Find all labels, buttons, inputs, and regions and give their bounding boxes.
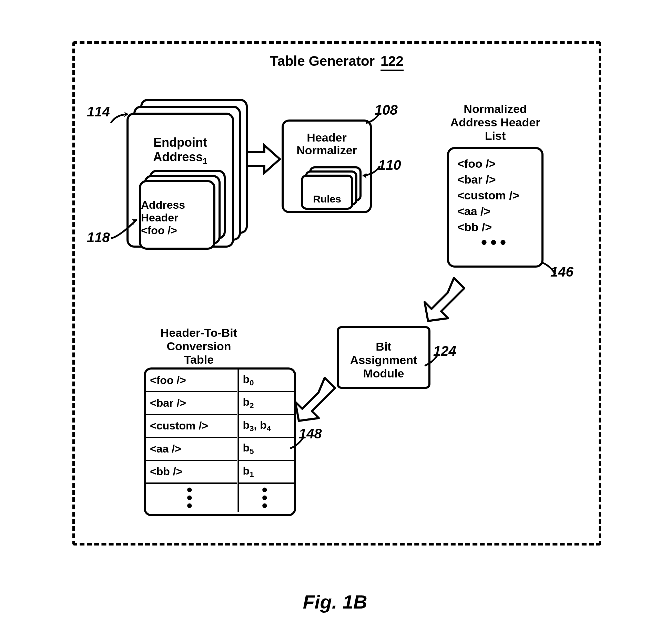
nlist-item-0: <foo /> xyxy=(457,156,533,172)
conv-b-4: b1 xyxy=(238,460,294,483)
rules-front: Rules xyxy=(301,175,353,210)
leader-146 xyxy=(540,261,561,279)
bam-l3: Module xyxy=(363,367,404,380)
conv-h-0: <foo /> xyxy=(146,370,238,392)
conv-h-2: <custom /> xyxy=(146,415,238,437)
address-header-l2: Header xyxy=(141,211,179,224)
conv-b-1: b2 xyxy=(238,392,294,414)
arrow-bam-to-table xyxy=(292,378,337,427)
arrow-endpoint-to-normalizer xyxy=(247,144,282,176)
address-header-front: Address Header <foo /> xyxy=(139,180,215,250)
leader-114 xyxy=(109,113,133,128)
nlist-item-3: <aa /> xyxy=(457,204,533,219)
bam-l2: Assignment xyxy=(350,353,417,366)
title-number: 122 xyxy=(380,53,404,71)
leader-118 xyxy=(109,216,144,245)
normalizer-l2: Normalizer xyxy=(296,144,357,157)
endpoint-title-l2: Address xyxy=(153,150,203,164)
table-generator-frame: Table Generator 122 Endpoint Address1 Ad… xyxy=(72,41,601,546)
diagram-canvas: Table Generator 122 Endpoint Address1 Ad… xyxy=(0,0,670,644)
table-row: <bb />b1 xyxy=(146,460,294,483)
address-header-text: Address Header <foo /> xyxy=(141,199,213,237)
endpoint-title: Endpoint Address1 xyxy=(129,135,232,166)
conv-b-2: b3, b4 xyxy=(238,415,294,437)
title-label: Table Generator xyxy=(270,53,375,69)
table-row: <custom />b3, b4 xyxy=(146,415,294,437)
table-row: <bar />b2 xyxy=(146,392,294,414)
nlist-item-2: <custom /> xyxy=(457,188,533,204)
table-generator-title: Table Generator 122 xyxy=(270,53,404,71)
bit-assignment-module-box: Bit Assignment Module xyxy=(337,326,430,389)
conv-h-4: <bb /> xyxy=(146,460,238,483)
endpoint-address-stack: Endpoint Address1 Address Header <foo /> xyxy=(126,99,244,243)
ref-114: 114 xyxy=(87,104,110,120)
leader-108 xyxy=(364,113,385,128)
conversion-table-box: <foo />b0 <bar />b2 <custom />b3, b4 <aa… xyxy=(144,367,296,516)
nlist-ellipsis: ••• xyxy=(457,237,533,247)
arrow-list-to-bam xyxy=(425,278,466,328)
header-normalizer-box: Header Normalizer Rules xyxy=(282,120,372,213)
address-header-stack: Address Header <foo /> xyxy=(139,170,229,249)
normalized-list-box: <foo /> <bar /> <custom /> <aa /> <bb />… xyxy=(447,147,544,268)
endpoint-title-l1: Endpoint xyxy=(153,135,207,149)
rules-stack: Rules xyxy=(301,166,363,208)
address-header-l1: Address xyxy=(141,199,185,211)
bam-l1: Bit xyxy=(376,340,391,353)
conv-h-1: <bar /> xyxy=(146,392,238,414)
nlist-title-l3: List xyxy=(485,129,506,142)
nlist-item-1: <bar /> xyxy=(457,172,533,188)
endpoint-title-sub: 1 xyxy=(203,156,207,166)
nlist-title-l1: Normalized xyxy=(464,102,527,115)
bam-text: Bit Assignment Module xyxy=(339,340,428,380)
leader-124 xyxy=(423,354,444,372)
conv-b-0: b0 xyxy=(238,370,294,392)
leader-110 xyxy=(361,166,385,181)
conv-title-l2: Conversion Table xyxy=(166,340,231,366)
conversion-table: <foo />b0 <bar />b2 <custom />b3, b4 <aa… xyxy=(146,370,294,512)
conv-h-3: <aa /> xyxy=(146,437,238,460)
leader-148 xyxy=(288,436,309,455)
conversion-table-title: Header-To-Bit Conversion Table xyxy=(154,326,244,366)
table-row: <aa />b5 xyxy=(146,437,294,460)
figure-label: Fig. 1B xyxy=(303,591,367,613)
ref-118: 118 xyxy=(87,230,110,245)
conv-title-l1: Header-To-Bit xyxy=(161,326,237,339)
table-row-ellipsis: •••••• xyxy=(146,483,294,512)
header-normalizer-title: Header Normalizer xyxy=(284,131,370,157)
rules-label: Rules xyxy=(303,193,351,205)
conv-b-3: b5 xyxy=(238,437,294,460)
normalizer-l1: Header xyxy=(307,131,346,144)
nlist-title-l2: Address Header xyxy=(450,116,540,129)
table-row: <foo />b0 xyxy=(146,370,294,392)
normalized-list-title: Normalized Address Header List xyxy=(440,102,550,143)
address-header-l3: <foo /> xyxy=(141,224,177,237)
